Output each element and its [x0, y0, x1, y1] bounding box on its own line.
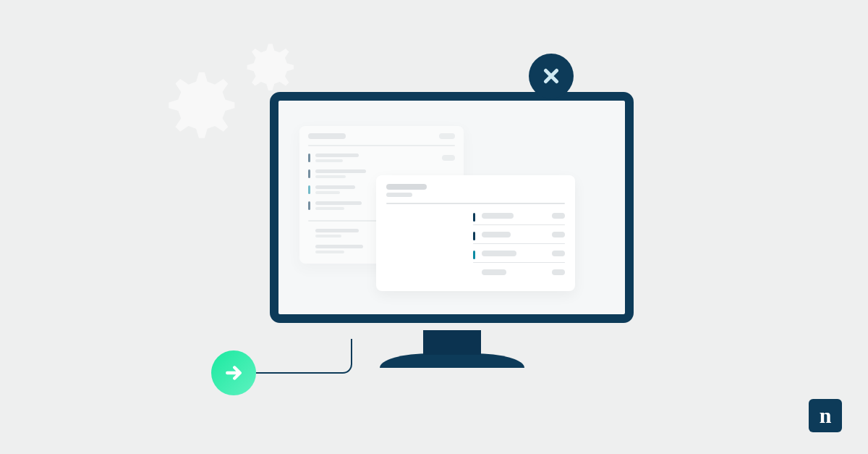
close-icon — [529, 54, 574, 98]
arrow-right-icon — [211, 350, 256, 395]
svg-point-1 — [258, 62, 278, 83]
monitor-base — [380, 353, 524, 368]
gear-icon — [152, 67, 246, 161]
front-panel — [376, 175, 575, 291]
brand-logo-letter: n — [820, 405, 832, 426]
svg-point-0 — [184, 98, 214, 129]
brand-logo: n — [809, 399, 842, 432]
go-connector — [256, 339, 365, 375]
monitor-neck — [423, 330, 481, 355]
